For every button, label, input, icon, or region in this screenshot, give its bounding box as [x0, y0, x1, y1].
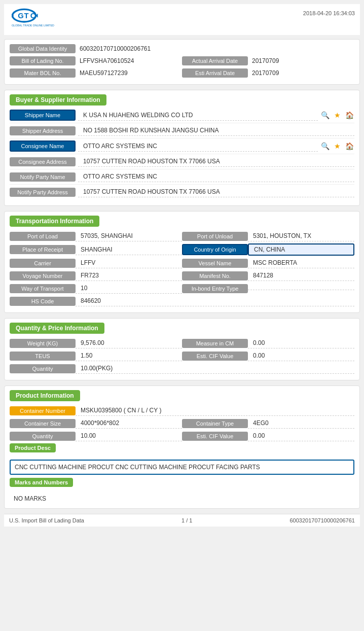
shipper-address-row: Shipper Address NO 1588 BOSHI RD KUNSHAN…	[10, 125, 354, 138]
top-info-card: Global Data Identity 6003201707100002067…	[4, 39, 360, 85]
quantity-label: Quantity	[10, 364, 76, 373]
vessel-name-value: MSC ROBERTA	[248, 258, 354, 268]
carrier-label: Carrier	[10, 259, 76, 268]
notify-party-name-label: Notify Party Name	[10, 172, 76, 182]
inbond-entry-value	[248, 287, 354, 290]
measure-pair: Measure in CM 0.00	[182, 338, 354, 348]
weight-measure-row: Weight (KG) 9,576.00 Measure in CM 0.00	[10, 338, 354, 348]
notify-party-address-row: Notify Party Address 10757 CUTTEN ROAD H…	[10, 187, 354, 199]
container-size-type-row: Container Size 4000*906*802 Container Ty…	[10, 418, 354, 429]
transportation-header: Transportation Information	[10, 216, 354, 231]
inbond-entry-label: In-bond Entry Type	[182, 284, 248, 293]
shipper-address-value: NO 1588 BOSHI RD KUNSHAN JIANGSU CHINA	[78, 125, 354, 136]
hs-code-value: 846620	[76, 296, 354, 306]
quantity-price-card: Quantity & Price Information Weight (KG)…	[4, 318, 360, 380]
mater-bol-row: Mater BOL No. MAEU597127239 Esti Arrival…	[10, 68, 354, 78]
hs-code-pair: HS Code 846620	[10, 296, 354, 306]
shipper-name-icons: 🔍 ★ 🏠	[320, 110, 354, 120]
prod-quantity-label: Quantity	[10, 432, 76, 441]
voyage-manifest-row: Voyage Number FR723 Manifest No. 847128	[10, 270, 354, 281]
quantity-row: Quantity 10.00(PKG)	[10, 363, 354, 374]
marks-label-row: Marks and Numbers	[10, 478, 354, 491]
esti-arrival-label: Esti Arrival Date	[182, 68, 248, 78]
consignee-name-value: OTTO ARC SYSTEMS INC	[78, 141, 318, 152]
measure-label: Measure in CM	[182, 339, 248, 348]
weight-pair: Weight (KG) 9,576.00	[10, 338, 182, 348]
carrier-pair: Carrier LFFV	[10, 258, 182, 268]
bol-pair: Bill of Lading No. LFFVSHA70610524	[10, 56, 182, 66]
esti-cif-label: Esti. CIF Value	[182, 352, 248, 361]
shipper-name-row: Shipper Name K USA N HUAHENG WELDING CO …	[10, 110, 354, 123]
container-type-value: 4EG0	[248, 418, 354, 429]
actual-arrival-label: Actual Arrival Date	[182, 56, 248, 65]
receipt-origin-row: Place of Receipt SHANGHAI Country of Ori…	[10, 243, 354, 256]
footer: U.S. Import Bill of Lading Data 1 / 1 60…	[4, 514, 360, 527]
prod-quantity-value: 10.00	[76, 431, 182, 441]
prod-esti-cif-pair: Esti. CIF Value 0.00	[182, 431, 354, 441]
bol-row: Bill of Lading No. LFFVSHA70610524 Actua…	[10, 56, 354, 66]
product-desc-label: Product Desc	[10, 443, 56, 452]
consignee-address-row: Consignee Address 10757 CUTTEN ROAD HOUS…	[10, 156, 354, 169]
carrier-vessel-row: Carrier LFFV Vessel Name MSC ROBERTA	[10, 258, 354, 268]
marks-label: Marks and Numbers	[10, 478, 73, 487]
country-of-origin-label: Country of Origin	[182, 244, 248, 255]
svg-text:G: G	[18, 12, 23, 20]
star-icon[interactable]: ★	[332, 110, 342, 120]
shipper-name-label: Shipper Name	[10, 110, 76, 121]
product-desc-value: CNC CUTTING MACHINE PROCUT CNC CUTTING M…	[15, 464, 260, 471]
weight-label: Weight (KG)	[10, 339, 76, 348]
consignee-name-label: Consignee Name	[10, 141, 76, 152]
buyer-supplier-header: Buyer & Supplier Information	[10, 94, 354, 110]
measure-value: 0.00	[248, 338, 354, 348]
search-icon-2[interactable]: 🔍	[320, 141, 330, 151]
port-of-unload-label: Port of Unload	[182, 232, 248, 241]
footer-left: U.S. Import Bill of Lading Data	[9, 517, 84, 523]
teus-cif-row: TEUS 1.50 Esti. CIF Value 0.00	[10, 350, 354, 361]
container-number-value: MSKU0395800 ( CN / L / CY )	[76, 405, 354, 416]
footer-center: 1 / 1	[181, 517, 192, 523]
shipper-name-value: K USA N HUAHENG WELDING CO LTD	[78, 110, 318, 121]
container-type-pair: Container Type 4EG0	[182, 418, 354, 429]
home-icon-2[interactable]: 🏠	[344, 141, 354, 151]
vessel-name-label: Vessel Name	[182, 259, 248, 268]
transportation-title: Transportation Information	[10, 216, 99, 227]
port-load-pair: Port of Load 57035, SHANGHAI	[10, 231, 182, 241]
way-of-transport-label: Way of Transport	[10, 284, 76, 293]
quantity-value: 10.00(PKG)	[76, 363, 354, 374]
port-of-load-label: Port of Load	[10, 232, 76, 241]
esti-arrival-value: 20170709	[248, 68, 283, 78]
consignee-address-label: Consignee Address	[10, 157, 76, 166]
teus-pair: TEUS 1.50	[10, 350, 182, 361]
global-id-row: Global Data Identity 6003201707100002067…	[10, 44, 354, 54]
notify-party-name-value: OTTO ARC SYSTEMS INC	[78, 171, 354, 182]
teus-value: 1.50	[76, 350, 182, 361]
buyer-supplier-card: Buyer & Supplier Information Shipper Nam…	[4, 90, 360, 206]
mater-bol-pair: Mater BOL No. MAEU597127239	[10, 68, 182, 78]
marks-value-row: NO MARKS	[10, 493, 354, 504]
manifest-no-value: 847128	[248, 270, 354, 281]
timestamp: 2018-04-20 16:34:03	[303, 8, 355, 16]
country-of-origin-value: CN, CHINA	[248, 243, 354, 256]
product-desc-box: CNC CUTTING MACHINE PROCUT CNC CUTTING M…	[10, 460, 354, 475]
logo-area: G T C GLOBAL TRADE ONLINE LIMITED	[9, 8, 60, 31]
svg-text:T: T	[24, 12, 29, 20]
page: G T C GLOBAL TRADE ONLINE LIMITED 2018-0…	[0, 0, 364, 531]
bill-of-lading-value: LFFVSHA70610524	[76, 56, 138, 66]
shipper-address-label: Shipper Address	[10, 126, 76, 135]
product-info-header: Product Information	[10, 390, 354, 405]
star-icon-2[interactable]: ★	[332, 141, 342, 151]
product-info-card: Product Information Container Number MSK…	[4, 385, 360, 509]
search-icon[interactable]: 🔍	[320, 110, 330, 120]
quantity-price-title: Quantity & Price Information	[10, 323, 104, 334]
container-size-pair: Container Size 4000*906*802	[10, 418, 182, 429]
notify-party-name-row: Notify Party Name OTTO ARC SYSTEMS INC	[10, 171, 354, 185]
actual-arrival-pair: Actual Arrival Date 20170709	[182, 56, 354, 66]
way-of-transport-value: 10	[76, 283, 182, 294]
footer-right: 600320170710000206761	[290, 517, 355, 523]
home-icon[interactable]: 🏠	[344, 110, 354, 120]
quantity-pair: Quantity 10.00(PKG)	[10, 363, 354, 374]
hs-code-label: HS Code	[10, 297, 76, 306]
quantity-price-header: Quantity & Price Information	[10, 323, 354, 338]
voyage-number-label: Voyage Number	[10, 271, 76, 281]
place-of-receipt-label: Place of Receipt	[10, 245, 76, 254]
